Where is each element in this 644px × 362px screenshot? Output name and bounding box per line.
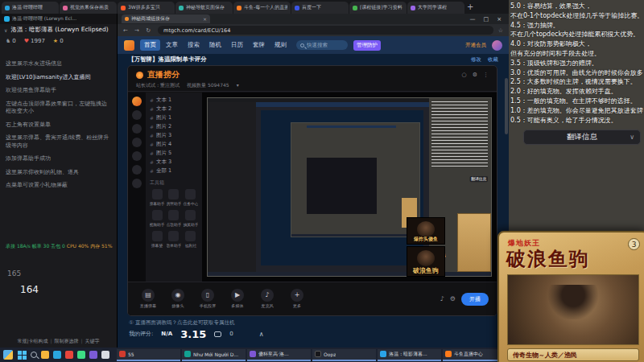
new-tab-button[interactable]: + <box>467 2 473 11</box>
taskbar-window-button[interactable]: Như Mới Người D... <box>182 349 246 361</box>
channel-item[interactable]: 图片 2 <box>150 122 198 131</box>
collapse-chevron-icon[interactable]: ∧ <box>259 331 264 338</box>
go-live-button[interactable]: 开播 <box>461 293 489 306</box>
file-explorer-icon[interactable] <box>41 351 49 359</box>
channel-item[interactable]: 图片 5 <box>150 149 198 158</box>
card-number[interactable]: 164 <box>7 284 39 295</box>
dock-button[interactable]: ▶ 多媒体 <box>225 289 250 310</box>
toolbox-tool[interactable]: 视频助手 <box>150 210 165 228</box>
news-widget-icon[interactable] <box>3 350 13 360</box>
site-nav-item[interactable]: 日历 <box>227 39 247 51</box>
dock-button[interactable]: + 更多 <box>285 289 309 310</box>
app-icon[interactable] <box>77 351 85 359</box>
site-logo-icon[interactable] <box>124 40 134 51</box>
toolbox-tool[interactable]: 福利社 <box>183 231 198 249</box>
channel-item[interactable]: 图片 1 <box>150 113 198 122</box>
more-icon[interactable]: ⋮ <box>483 72 489 78</box>
taskbar-window-button[interactable]: 傻杯至高·洛... <box>247 349 311 361</box>
footer-link[interactable]: 关键字 <box>79 338 100 345</box>
card-number[interactable]: 165 <box>7 269 39 278</box>
gear-icon[interactable]: ⚙ <box>450 295 456 302</box>
dock-button[interactable]: ◉ 摄像头 <box>166 289 190 310</box>
toolbox-tool[interactable]: 抽奖助手 <box>183 210 198 228</box>
server-icon[interactable] <box>132 97 142 106</box>
footer-link[interactable]: 限制赛选牌 <box>47 338 78 345</box>
avatar[interactable] <box>492 40 502 51</box>
toolbox-tool[interactable]: 点歌助手 <box>167 210 182 228</box>
app-icon[interactable] <box>89 351 97 359</box>
taskbar-window-button[interactable]: Oopz <box>312 349 376 361</box>
scrollbar[interactable] <box>505 78 508 134</box>
address-input[interactable]: mtgch.com/card/ECU/164 <box>158 26 493 35</box>
edit-link[interactable]: 修改 <box>471 56 481 64</box>
toolbox-tool[interactable]: 弹幕篓 <box>150 231 165 249</box>
member-link[interactable]: 开通会员 <box>465 42 486 49</box>
site-search-input[interactable] <box>307 42 344 48</box>
stream-preview[interactable]: 翻译信息 3.15 爆炸头傻鱼 破浪鱼驹 <box>202 93 497 282</box>
site-nav-item[interactable]: 搜索 <box>184 39 204 51</box>
server-icon[interactable] <box>132 165 142 175</box>
translate-panel[interactable]: 翻译信息 ∨ <box>523 130 641 145</box>
browser-tab[interactable]: 3W拼多多宝贝 <box>118 2 175 14</box>
toolbox-tool[interactable]: 房管助手 <box>167 189 182 208</box>
server-icon[interactable] <box>132 151 142 161</box>
browser-tab[interactable]: 百度一下 <box>291 2 349 14</box>
favorite-link[interactable]: 收藏 <box>488 56 498 64</box>
channel-item[interactable]: 图片 4 <box>150 140 198 149</box>
browser-tab[interactable]: [课程链接]学习资料 <box>349 2 407 14</box>
site-nav-item[interactable]: 文章 <box>162 39 182 51</box>
page-notice[interactable]: ① 直播画面调教吗？点击此处可获取专属挂机 <box>129 319 234 327</box>
dock-button[interactable]: ▤ 直播弹幕 <box>136 289 160 310</box>
gear-icon[interactable]: ⚙ <box>473 72 477 78</box>
site-nav-item[interactable]: 首页 <box>140 39 160 51</box>
site-nav-item[interactable]: 规则 <box>270 39 291 51</box>
taskbar-window-button[interactable]: 洛温：暗影薄暮... <box>378 349 441 361</box>
minimize-button[interactable]: — <box>470 16 476 23</box>
site-search[interactable] <box>296 40 348 50</box>
channel-item[interactable]: 图片 3 <box>150 131 198 140</box>
taskbar-window-button[interactable]: 55 <box>117 349 180 361</box>
channel-item[interactable]: 文本 2 <box>150 105 198 113</box>
danmaku-panel-tab[interactable]: 洛温·哔哩哔哩 (Lorwyn Ecl... <box>0 14 117 24</box>
edge-icon[interactable] <box>53 351 61 359</box>
close-button[interactable]: × <box>497 16 502 23</box>
browser-tab[interactable]: 神秘导航页面保存 <box>175 2 233 14</box>
chevron-down-icon[interactable]: ▾ <box>237 82 239 89</box>
close-tab-icon[interactable]: × <box>203 16 207 22</box>
browser-tab[interactable]: 大学同学课程 <box>407 2 464 14</box>
back-forward-reload-icons[interactable]: ← → ↻ <box>123 27 153 34</box>
toolbox-tool[interactable]: 歌单助手 <box>167 231 182 249</box>
toolbox-tool[interactable]: 任务中心 <box>183 189 198 208</box>
tool-label: 点歌助手 <box>167 222 182 228</box>
taskbar-search-icon[interactable] <box>31 352 37 358</box>
search-icon[interactable]: ○ <box>462 72 467 78</box>
window-tab[interactable]: 神秘商城链接保存 × <box>122 14 210 23</box>
channel-item[interactable]: 文本 1 <box>150 96 198 105</box>
chrome-icon[interactable] <box>65 351 73 359</box>
my-rating-value[interactable]: N/A <box>161 331 172 337</box>
browser-tab[interactable]: 斗鱼-每一个人的直播平台 <box>233 2 291 14</box>
browser-tab[interactable]: 视觉效果保存画质 <box>60 2 117 14</box>
browser-tab[interactable]: 洛温·哔哩哔哩 <box>2 2 59 14</box>
site-nav-item[interactable]: 套牌 <box>249 39 269 51</box>
server-icon[interactable] <box>132 124 142 134</box>
toolbox-tool[interactable]: 弹幕助手 <box>150 189 165 208</box>
admin-badge[interactable]: 管理防护 <box>353 40 381 51</box>
server-icon[interactable] <box>132 179 142 188</box>
tab-label: 洛温·哔哩哔哩 <box>12 4 43 11</box>
bookmark-star-icon[interactable]: ☆ <box>498 27 503 34</box>
footer-link[interactable]: 常规|卡组构成 <box>17 338 47 345</box>
server-icon[interactable] <box>132 110 142 120</box>
dock-button[interactable]: ▯ 手机投屏 <box>196 289 220 310</box>
server-icon[interactable] <box>132 138 142 147</box>
app-icon[interactable] <box>101 351 109 359</box>
dock-button[interactable]: ♪ 麦克风 <box>255 289 279 310</box>
maximize-button[interactable]: □ <box>484 16 489 23</box>
comment-bubble-icon[interactable] <box>214 331 221 337</box>
channel-item[interactable]: 全部 1 <box>150 167 198 175</box>
speaker-icon[interactable]: ♪ <box>440 295 444 302</box>
start-button[interactable] <box>17 350 27 360</box>
room-title[interactable]: ∨ 洛温：暗影薄暮 (Lorwyn Eclipsed) <box>0 24 117 35</box>
channel-item[interactable]: 文本 3 <box>150 158 198 167</box>
site-nav-item[interactable]: 随机 <box>205 39 225 51</box>
